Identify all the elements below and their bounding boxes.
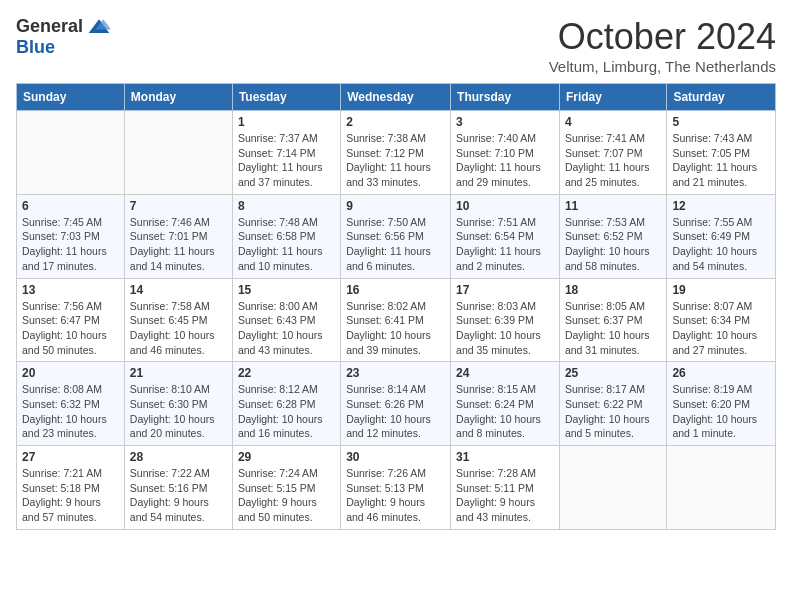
day-number: 13 (22, 283, 119, 297)
calendar-cell: 14Sunrise: 7:58 AM Sunset: 6:45 PM Dayli… (124, 278, 232, 362)
day-info: Sunrise: 7:51 AM Sunset: 6:54 PM Dayligh… (456, 215, 554, 274)
day-number: 3 (456, 115, 554, 129)
day-info: Sunrise: 7:38 AM Sunset: 7:12 PM Dayligh… (346, 131, 445, 190)
logo: General Blue (16, 16, 111, 58)
day-number: 2 (346, 115, 445, 129)
calendar-cell: 16Sunrise: 8:02 AM Sunset: 6:41 PM Dayli… (341, 278, 451, 362)
weekday-header-wednesday: Wednesday (341, 84, 451, 111)
day-number: 11 (565, 199, 661, 213)
day-info: Sunrise: 7:40 AM Sunset: 7:10 PM Dayligh… (456, 131, 554, 190)
day-info: Sunrise: 8:00 AM Sunset: 6:43 PM Dayligh… (238, 299, 335, 358)
calendar-cell: 7Sunrise: 7:46 AM Sunset: 7:01 PM Daylig… (124, 194, 232, 278)
calendar-cell: 10Sunrise: 7:51 AM Sunset: 6:54 PM Dayli… (451, 194, 560, 278)
logo-icon (87, 17, 111, 37)
day-number: 30 (346, 450, 445, 464)
calendar-table: SundayMondayTuesdayWednesdayThursdayFrid… (16, 83, 776, 530)
calendar-cell: 2Sunrise: 7:38 AM Sunset: 7:12 PM Daylig… (341, 111, 451, 195)
calendar-week-row: 27Sunrise: 7:21 AM Sunset: 5:18 PM Dayli… (17, 446, 776, 530)
day-info: Sunrise: 7:24 AM Sunset: 5:15 PM Dayligh… (238, 466, 335, 525)
day-info: Sunrise: 7:26 AM Sunset: 5:13 PM Dayligh… (346, 466, 445, 525)
day-number: 24 (456, 366, 554, 380)
day-number: 12 (672, 199, 770, 213)
calendar-week-row: 6Sunrise: 7:45 AM Sunset: 7:03 PM Daylig… (17, 194, 776, 278)
day-number: 23 (346, 366, 445, 380)
page-header: General Blue October 2024 Veltum, Limbur… (16, 16, 776, 75)
day-number: 5 (672, 115, 770, 129)
day-info: Sunrise: 7:55 AM Sunset: 6:49 PM Dayligh… (672, 215, 770, 274)
day-info: Sunrise: 8:12 AM Sunset: 6:28 PM Dayligh… (238, 382, 335, 441)
calendar-cell: 4Sunrise: 7:41 AM Sunset: 7:07 PM Daylig… (559, 111, 666, 195)
calendar-cell: 27Sunrise: 7:21 AM Sunset: 5:18 PM Dayli… (17, 446, 125, 530)
calendar-cell (667, 446, 776, 530)
day-number: 26 (672, 366, 770, 380)
day-info: Sunrise: 7:46 AM Sunset: 7:01 PM Dayligh… (130, 215, 227, 274)
calendar-cell: 24Sunrise: 8:15 AM Sunset: 6:24 PM Dayli… (451, 362, 560, 446)
logo-blue-text: Blue (16, 37, 55, 58)
weekday-header-thursday: Thursday (451, 84, 560, 111)
day-info: Sunrise: 8:08 AM Sunset: 6:32 PM Dayligh… (22, 382, 119, 441)
day-info: Sunrise: 8:15 AM Sunset: 6:24 PM Dayligh… (456, 382, 554, 441)
day-number: 9 (346, 199, 445, 213)
calendar-cell: 15Sunrise: 8:00 AM Sunset: 6:43 PM Dayli… (232, 278, 340, 362)
calendar-cell: 21Sunrise: 8:10 AM Sunset: 6:30 PM Dayli… (124, 362, 232, 446)
day-info: Sunrise: 8:19 AM Sunset: 6:20 PM Dayligh… (672, 382, 770, 441)
day-number: 29 (238, 450, 335, 464)
day-number: 15 (238, 283, 335, 297)
day-number: 10 (456, 199, 554, 213)
weekday-header-row: SundayMondayTuesdayWednesdayThursdayFrid… (17, 84, 776, 111)
calendar-week-row: 20Sunrise: 8:08 AM Sunset: 6:32 PM Dayli… (17, 362, 776, 446)
weekday-header-friday: Friday (559, 84, 666, 111)
day-info: Sunrise: 8:14 AM Sunset: 6:26 PM Dayligh… (346, 382, 445, 441)
calendar-week-row: 13Sunrise: 7:56 AM Sunset: 6:47 PM Dayli… (17, 278, 776, 362)
day-info: Sunrise: 8:17 AM Sunset: 6:22 PM Dayligh… (565, 382, 661, 441)
day-info: Sunrise: 8:03 AM Sunset: 6:39 PM Dayligh… (456, 299, 554, 358)
calendar-cell: 5Sunrise: 7:43 AM Sunset: 7:05 PM Daylig… (667, 111, 776, 195)
weekday-header-sunday: Sunday (17, 84, 125, 111)
calendar-cell: 13Sunrise: 7:56 AM Sunset: 6:47 PM Dayli… (17, 278, 125, 362)
day-info: Sunrise: 7:56 AM Sunset: 6:47 PM Dayligh… (22, 299, 119, 358)
calendar-cell: 1Sunrise: 7:37 AM Sunset: 7:14 PM Daylig… (232, 111, 340, 195)
day-number: 19 (672, 283, 770, 297)
calendar-cell: 6Sunrise: 7:45 AM Sunset: 7:03 PM Daylig… (17, 194, 125, 278)
day-info: Sunrise: 7:53 AM Sunset: 6:52 PM Dayligh… (565, 215, 661, 274)
calendar-cell: 29Sunrise: 7:24 AM Sunset: 5:15 PM Dayli… (232, 446, 340, 530)
calendar-cell: 20Sunrise: 8:08 AM Sunset: 6:32 PM Dayli… (17, 362, 125, 446)
day-info: Sunrise: 7:58 AM Sunset: 6:45 PM Dayligh… (130, 299, 227, 358)
day-info: Sunrise: 7:37 AM Sunset: 7:14 PM Dayligh… (238, 131, 335, 190)
day-info: Sunrise: 8:07 AM Sunset: 6:34 PM Dayligh… (672, 299, 770, 358)
day-number: 7 (130, 199, 227, 213)
day-number: 14 (130, 283, 227, 297)
day-info: Sunrise: 7:45 AM Sunset: 7:03 PM Dayligh… (22, 215, 119, 274)
calendar-week-row: 1Sunrise: 7:37 AM Sunset: 7:14 PM Daylig… (17, 111, 776, 195)
day-info: Sunrise: 7:50 AM Sunset: 6:56 PM Dayligh… (346, 215, 445, 274)
day-number: 25 (565, 366, 661, 380)
weekday-header-tuesday: Tuesday (232, 84, 340, 111)
weekday-header-saturday: Saturday (667, 84, 776, 111)
logo-general-text: General (16, 16, 83, 37)
calendar-cell (17, 111, 125, 195)
calendar-cell: 12Sunrise: 7:55 AM Sunset: 6:49 PM Dayli… (667, 194, 776, 278)
day-info: Sunrise: 7:21 AM Sunset: 5:18 PM Dayligh… (22, 466, 119, 525)
month-title: October 2024 (549, 16, 776, 58)
day-number: 4 (565, 115, 661, 129)
day-number: 27 (22, 450, 119, 464)
title-block: October 2024 Veltum, Limburg, The Nether… (549, 16, 776, 75)
calendar-cell: 17Sunrise: 8:03 AM Sunset: 6:39 PM Dayli… (451, 278, 560, 362)
calendar-cell: 25Sunrise: 8:17 AM Sunset: 6:22 PM Dayli… (559, 362, 666, 446)
calendar-cell: 11Sunrise: 7:53 AM Sunset: 6:52 PM Dayli… (559, 194, 666, 278)
weekday-header-monday: Monday (124, 84, 232, 111)
calendar-cell (559, 446, 666, 530)
calendar-cell: 22Sunrise: 8:12 AM Sunset: 6:28 PM Dayli… (232, 362, 340, 446)
day-info: Sunrise: 8:10 AM Sunset: 6:30 PM Dayligh… (130, 382, 227, 441)
calendar-cell: 8Sunrise: 7:48 AM Sunset: 6:58 PM Daylig… (232, 194, 340, 278)
calendar-cell: 3Sunrise: 7:40 AM Sunset: 7:10 PM Daylig… (451, 111, 560, 195)
day-info: Sunrise: 7:41 AM Sunset: 7:07 PM Dayligh… (565, 131, 661, 190)
calendar-cell: 30Sunrise: 7:26 AM Sunset: 5:13 PM Dayli… (341, 446, 451, 530)
calendar-cell (124, 111, 232, 195)
calendar-cell: 26Sunrise: 8:19 AM Sunset: 6:20 PM Dayli… (667, 362, 776, 446)
day-info: Sunrise: 7:28 AM Sunset: 5:11 PM Dayligh… (456, 466, 554, 525)
day-info: Sunrise: 8:05 AM Sunset: 6:37 PM Dayligh… (565, 299, 661, 358)
day-info: Sunrise: 8:02 AM Sunset: 6:41 PM Dayligh… (346, 299, 445, 358)
day-info: Sunrise: 7:48 AM Sunset: 6:58 PM Dayligh… (238, 215, 335, 274)
calendar-cell: 31Sunrise: 7:28 AM Sunset: 5:11 PM Dayli… (451, 446, 560, 530)
